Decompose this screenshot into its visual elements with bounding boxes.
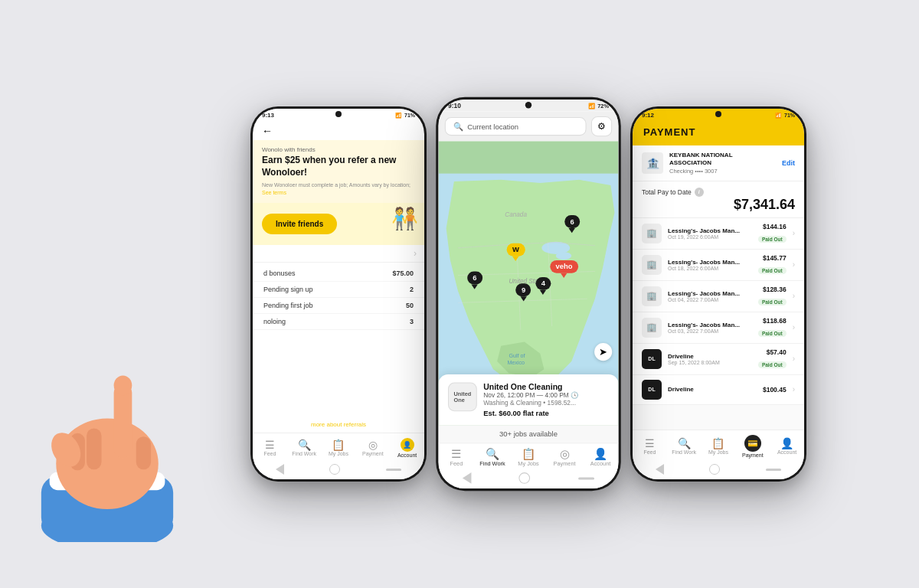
total-pay-section: Total Pay to Date i $7,341.64 [633, 181, 804, 218]
banner-title: Earn $25 when you refer a new Wonoloer! [262, 155, 415, 178]
stat-pending-signup: Pending sign up 2 [253, 282, 424, 298]
txn-info-2: Lessing's- Jacobs Man... Oct 18, 2022 6:… [668, 259, 752, 271]
nav-findwork-3[interactable]: 🔍 Find Work [670, 438, 698, 455]
nav-payment-2[interactable]: ◎ Payment [550, 449, 579, 466]
info-icon[interactable]: i [695, 188, 704, 197]
myjobs-icon-1: 📋 [332, 439, 345, 450]
banner-desc: New Wonoloer must complete a job; Amount… [262, 181, 415, 197]
edit-bank-link[interactable]: Edit [782, 159, 795, 167]
nav-myjobs-1[interactable]: 📋 My Jobs [325, 439, 352, 456]
home-nav-3 [709, 464, 720, 475]
txn-arrow-3: › [793, 292, 795, 300]
popup-rate: Est. $60.00 flat rate [483, 409, 609, 417]
nav-account-1[interactable]: 👤 Account [394, 438, 421, 458]
nav-account-3[interactable]: 👤 Account [773, 438, 801, 455]
svg-point-12 [556, 252, 571, 260]
txn-info-3: Lessing's- Jacobs Man... Oct 04, 2022 7:… [668, 290, 752, 302]
svg-point-5 [114, 375, 132, 395]
txn-right-2: $145.77 Paid Out [758, 254, 787, 276]
findwork-icon-2: 🔍 [486, 449, 499, 460]
nav-account-2[interactable]: 👤 Account [586, 449, 615, 466]
txn-info-6: Driveline [668, 386, 757, 393]
see-terms-link[interactable]: See terms [262, 190, 286, 195]
txn-info-4: Lessing's- Jacobs Man... Oct 03, 2022 7:… [668, 322, 752, 334]
myjobs-icon-3: 📋 [711, 438, 724, 449]
txn-arrow-5: › [793, 354, 795, 363]
paid-out-badge: Paid Out [758, 267, 787, 274]
map-pin-6-right[interactable]: 6 [564, 215, 580, 233]
nav-payment-1[interactable]: ◎ Payment [359, 439, 387, 456]
paid-out-badge: Paid Out [758, 299, 787, 305]
svg-text:Canada: Canada [505, 211, 527, 218]
map-pin-9[interactable]: 9 [516, 283, 531, 301]
map-pin-6-left[interactable]: 6 [467, 272, 482, 289]
nav-findwork-2[interactable]: 🔍 Find Work [478, 449, 507, 466]
search-icon: 🔍 [453, 122, 463, 131]
nav-findwork-1[interactable]: 🔍 Find Work [290, 439, 318, 456]
map-compass[interactable]: ➤ [594, 343, 612, 361]
total-amount: $7,341.64 [642, 197, 795, 213]
bottom-nav-1: ☰ Feed 🔍 Find Work 📋 My Jobs ◎ Payment [253, 433, 424, 461]
company-icon-lessings-1: 🏢 [642, 224, 662, 243]
filter-button[interactable]: ⚙ [591, 116, 612, 136]
bank-card: 🏦 KEYBANK NATIONALASSOCIATION Checking •… [633, 145, 804, 181]
recents-nav-2 [578, 477, 594, 479]
map-pin-wonolo[interactable]: W [507, 243, 525, 261]
bank-info: KEYBANK NATIONALASSOCIATION Checking •••… [669, 152, 776, 175]
bank-icon: 🏦 [642, 152, 663, 174]
svg-text:Gulf of: Gulf of [509, 353, 525, 359]
nav-feed-1[interactable]: ☰ Feed [256, 439, 283, 456]
map-area[interactable]: Gulf of Mexico United States Canada [438, 142, 618, 426]
popup-title: United One Cleaning [483, 382, 609, 391]
myjobs-icon-2: 📋 [522, 449, 535, 460]
txn-arrow-6: › [793, 385, 795, 394]
p1-header: ← [253, 120, 424, 140]
nav-feed-3[interactable]: ☰ Feed [636, 438, 663, 455]
nav-myjobs-2[interactable]: 📋 My Jobs [514, 449, 543, 466]
popup-row: UnitedOne United One Cleaning Nov 26, 12… [448, 382, 609, 416]
txn-info-1: Lessing's- Jacobs Man... Oct 19, 2022 6:… [668, 227, 752, 240]
map-search-bar: 🔍 Current location ⚙ [438, 112, 618, 142]
referral-illustration: 🧑‍🤝‍🧑 [391, 206, 418, 231]
transaction-row[interactable]: 🏢 Lessing's- Jacobs Man... Oct 03, 2022 … [633, 312, 804, 344]
txn-arrow-1: › [793, 229, 795, 237]
transaction-row[interactable]: 🏢 Lessing's- Jacobs Man... Oct 18, 2022 … [633, 250, 804, 281]
transaction-row[interactable]: DL Driveline Sep 15, 2022 8:00AM $57.40 … [633, 344, 804, 375]
paid-out-badge: Paid Out [758, 236, 787, 243]
invite-friends-button[interactable]: Invite friends [262, 214, 337, 234]
account-icon-3: 👤 [780, 438, 793, 449]
transaction-row[interactable]: 🏢 Lessing's- Jacobs Man... Oct 19, 2022 … [633, 218, 804, 250]
back-nav-2 [463, 472, 472, 484]
nav-myjobs-3[interactable]: 📋 My Jobs [705, 438, 732, 455]
map-pin-4[interactable]: 4 [535, 277, 551, 295]
bank-name: KEYBANK NATIONALASSOCIATION [669, 152, 776, 168]
txn-arrow-4: › [793, 323, 795, 332]
transaction-row[interactable]: DL Driveline $100.45 › [633, 375, 804, 405]
txn-right-3: $128.36 Paid Out [758, 286, 787, 307]
phone-2-map: 9:10 📶72% 🔍 Current location ⚙ [436, 97, 621, 492]
feed-icon-3: ☰ [645, 438, 655, 449]
transaction-row[interactable]: 🏢 Lessing's- Jacobs Man... Oct 04, 2022 … [633, 281, 804, 312]
job-popup[interactable]: UnitedOne United One Cleaning Nov 26, 12… [438, 374, 618, 425]
search-box[interactable]: 🔍 Current location [445, 117, 587, 136]
nav-payment-3[interactable]: 💳 Payment [739, 435, 767, 458]
stat-wonoloing: noloing 3 [253, 314, 424, 330]
feed-icon-2: ☰ [451, 449, 462, 460]
txn-right-1: $144.16 Paid Out [758, 223, 787, 244]
company-icon-driveline-2: DL [642, 380, 662, 400]
total-pay-label: Total Pay to Date i [642, 188, 795, 197]
more-row: › [253, 245, 424, 263]
txn-arrow-2: › [793, 260, 795, 269]
learn-more-link[interactable]: more about referrals [253, 416, 424, 433]
back-button[interactable]: ← [262, 125, 273, 137]
nav-feed-2[interactable]: ☰ Feed [442, 449, 471, 466]
invite-area: Invite friends 🧑‍🤝‍🧑 [253, 203, 424, 245]
camera-dot-2 [525, 102, 531, 108]
map-pin-veho[interactable]: veho [550, 260, 578, 278]
account-avatar: 👤 [401, 438, 414, 452]
svg-text:Mexico: Mexico [507, 360, 525, 366]
phone1-content: ← Wonolo with friends Earn $25 when you … [253, 120, 424, 479]
company-icon-lessings-4: 🏢 [642, 318, 662, 338]
payment-active-circle: 💳 [744, 435, 761, 452]
home-bar-3 [633, 461, 804, 479]
